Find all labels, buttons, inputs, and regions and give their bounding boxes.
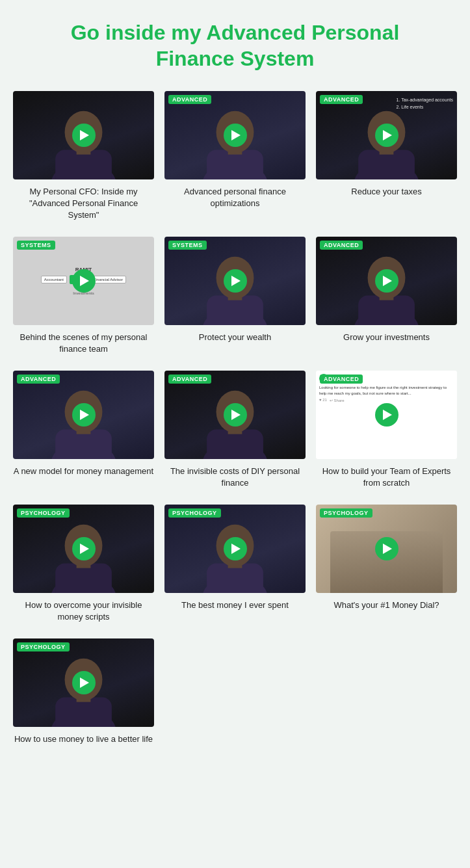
video-label: Reduce your taxes <box>351 186 421 198</box>
play-button[interactable] <box>72 537 96 560</box>
video-label: How to use money to live a better life <box>14 733 153 745</box>
play-button[interactable] <box>375 269 398 293</box>
play-button[interactable] <box>72 124 96 147</box>
video-card: My Personal CFO: Inside my "Advanced Per… <box>13 91 154 221</box>
play-button[interactable] <box>72 403 96 427</box>
video-card: ADVANCED Advanced personal finance optim… <box>164 91 306 221</box>
video-thumbnail[interactable] <box>13 91 154 179</box>
video-badge: ADVANCED <box>320 375 363 384</box>
video-thumbnail[interactable]: ADVANCED <box>316 237 457 325</box>
video-card: PSYCHOLOGY The best money I ever spent <box>164 505 306 623</box>
video-label: A new model for money management <box>14 466 153 477</box>
video-label: How to build your Team of Experts from s… <box>316 466 457 489</box>
video-badge: ADVANCED <box>320 95 363 104</box>
video-badge: ADVANCED <box>320 241 363 250</box>
video-card: ADVANCED A new model for money managemen… <box>13 371 154 489</box>
video-thumbnail[interactable]: ADVANCED <box>164 91 306 179</box>
video-badge: PSYCHOLOGY <box>320 508 372 518</box>
video-grid: My Personal CFO: Inside my "Advanced Per… <box>13 91 457 745</box>
play-button[interactable] <box>72 269 96 293</box>
video-card: PSYCHOLOGY How to overcome your invisibl… <box>13 505 154 623</box>
video-thumbnail[interactable]: PSYCHOLOGY <box>13 638 154 727</box>
video-label: Advanced personal finance optimizations <box>164 186 306 209</box>
video-card: ADVANCED The invisible costs of DIY pers… <box>164 371 306 489</box>
video-thumbnail[interactable]: SYSTEMS <box>164 237 306 325</box>
video-thumbnail[interactable]: PSYCHOLOGY <box>316 505 457 593</box>
video-label: My Personal CFO: Inside my "Advanced Per… <box>13 186 154 222</box>
video-badge: ADVANCED <box>168 375 211 384</box>
play-button[interactable] <box>224 537 247 560</box>
video-card: PSYCHOLOGY How to use money to live a be… <box>13 638 154 745</box>
video-badge: SYSTEMS <box>168 241 207 250</box>
play-button[interactable] <box>375 537 398 560</box>
video-thumbnail[interactable]: PSYCHOLOGY <box>13 505 154 593</box>
video-thumbnail[interactable]: Ramit Sethi @ramit · 2d Looking for some… <box>316 371 457 459</box>
play-button[interactable] <box>224 403 247 427</box>
video-thumbnail[interactable]: ADVANCED <box>164 371 306 459</box>
page-title: Go inside my Advanced Personal Finance S… <box>13 20 457 72</box>
video-card: ADVANCED Grow your investments <box>316 237 457 355</box>
video-card: PSYCHOLOGY What's your #1 Money Dial? <box>316 505 457 623</box>
video-badge: ADVANCED <box>168 95 211 104</box>
video-card: SYSTEMS Protect your wealth <box>164 237 306 355</box>
video-card: ADVANCED 1. Tax-advantaged accounts2. Li… <box>316 91 457 221</box>
video-badge: PSYCHOLOGY <box>17 508 70 518</box>
video-thumbnail[interactable]: ADVANCED 1. Tax-advantaged accounts2. Li… <box>316 91 457 179</box>
video-thumbnail[interactable]: RAMIT Accountant Financial Advisor Taxes… <box>13 237 154 325</box>
play-button[interactable] <box>375 124 398 147</box>
video-label: The invisible costs of DIY personal fina… <box>164 466 306 489</box>
video-label: Protect your wealth <box>199 332 271 343</box>
play-button[interactable] <box>72 671 96 694</box>
video-badge: SYSTEMS <box>17 241 55 250</box>
video-thumbnail[interactable]: ADVANCED <box>13 371 154 459</box>
play-button[interactable] <box>224 124 247 147</box>
video-badge: PSYCHOLOGY <box>17 642 70 651</box>
video-card: Ramit Sethi @ramit · 2d Looking for some… <box>316 371 457 489</box>
play-button[interactable] <box>375 403 398 427</box>
video-label: The best money I ever spent <box>181 599 289 611</box>
video-thumbnail[interactable]: PSYCHOLOGY <box>164 505 306 593</box>
play-button[interactable] <box>224 269 247 293</box>
video-label: Behind the scenes of my personal finance… <box>13 332 154 355</box>
video-card: RAMIT Accountant Financial Advisor Taxes… <box>13 237 154 355</box>
tax-notes: 1. Tax-advantaged accounts2. Life events <box>397 96 453 111</box>
video-label: Grow your investments <box>343 332 430 343</box>
video-label: How to overcome your invisible money scr… <box>13 599 154 623</box>
video-badge: PSYCHOLOGY <box>168 508 221 518</box>
video-label: What's your #1 Money Dial? <box>333 599 439 611</box>
video-badge: ADVANCED <box>17 375 60 384</box>
